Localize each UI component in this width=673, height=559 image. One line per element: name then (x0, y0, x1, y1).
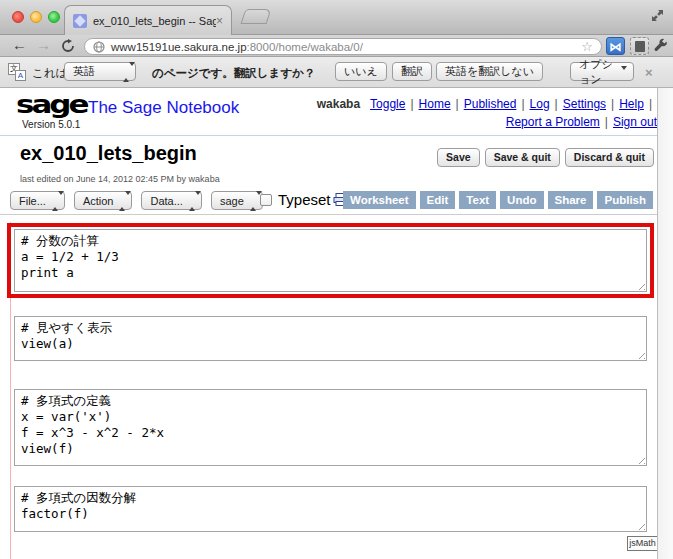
header-divider (0, 135, 657, 136)
language-select[interactable]: 英語 (64, 62, 136, 81)
scrollbar-track[interactable] (657, 88, 673, 559)
back-button[interactable]: ← (12, 36, 27, 53)
username: wakaba (317, 97, 360, 111)
worksheet-toolbar: File... Action Data... sage Typeset Prin… (10, 191, 653, 211)
undo-button[interactable]: Undo (500, 191, 543, 209)
menu-group: File... Action Data... sage (10, 191, 263, 210)
cell-margin-line (10, 222, 11, 559)
edit-button[interactable]: Edit (420, 191, 456, 209)
code-cell-4[interactable]: # 多項式の因数分解 factor(f) (14, 486, 647, 532)
tab-title: ex_010_lets_begin -- Sage (93, 15, 216, 27)
tab-close-icon[interactable]: × (216, 15, 223, 27)
toolbar-divider (0, 214, 657, 215)
sage-page: sage The Sage Notebook Version 5.0.1 wak… (0, 88, 673, 559)
translate-question-label: のページです。翻訳しますか？ (152, 66, 315, 81)
options-arrow-icon (621, 70, 628, 82)
typeset-label: Typeset (278, 191, 331, 208)
cell-3-code[interactable]: # 多項式の定義 x = var('x') f = x^3 - x^2 - 2*… (15, 390, 646, 460)
jsmath-badge[interactable]: jsMath (627, 536, 658, 551)
options-button[interactable]: オプション (570, 62, 634, 81)
url-text[interactable]: www15191ue.sakura.ne.jp:8000/home/wakaba… (111, 41, 363, 53)
system-select[interactable]: sage (211, 191, 263, 210)
browser-navbar: ← → www15191ue.sakura.ne.jp:8000/home/wa… (0, 35, 673, 57)
select-arrows-icon (123, 66, 130, 78)
save-button-group: Save Save & quit Discard & quit (437, 148, 654, 167)
code-cell-3[interactable]: # 多項式の定義 x = var('x') f = x^3 - x^2 - 2*… (14, 389, 647, 466)
translate-no-button[interactable]: いいえ (335, 62, 387, 81)
version-label: Version 5.0.1 (22, 119, 80, 130)
infobar-close-icon[interactable]: × (645, 65, 653, 80)
nav-link-sign-out[interactable]: Sign out (613, 115, 657, 129)
worksheet-mode-button[interactable]: Worksheet (343, 191, 416, 209)
cell-2-code[interactable]: # 見やすく表示 view(a) (15, 317, 646, 355)
publish-button[interactable]: Publish (597, 191, 653, 209)
header-nav-row1: wakabaToggle|Home|Published|Log|Settings… (317, 97, 657, 111)
text-button[interactable]: Text (459, 191, 496, 209)
nav-link-help[interactable]: Help (619, 97, 644, 111)
sage-logo[interactable]: sage (16, 90, 87, 118)
wrench-menu-icon[interactable] (652, 38, 668, 54)
nav-link-report-problem[interactable]: Report a Problem (506, 115, 600, 129)
window-titlebar: ex_010_lets_begin -- Sage × (0, 0, 673, 35)
translate-icon: 文 A (8, 63, 26, 81)
save-quit-button[interactable]: Save & quit (485, 148, 560, 167)
data-menu[interactable]: Data... (141, 191, 201, 210)
discard-quit-button[interactable]: Discard & quit (565, 148, 654, 167)
select-arrows-icon (119, 195, 126, 207)
extension-button-blue[interactable]: ⋈ (606, 37, 625, 55)
browser-window: ex_010_lets_begin -- Sage × ← → www15191… (0, 0, 673, 559)
minimize-window-button[interactable] (30, 11, 42, 23)
select-arrows-icon (52, 195, 59, 207)
cell-1-code[interactable]: # 分数の計算 a = 1/2 + 1/3 print a (15, 230, 646, 284)
typeset-checkbox[interactable] (260, 194, 272, 206)
mode-button-group: Worksheet Edit Text Undo Share Publish (343, 191, 653, 209)
translate-infobar: 文 A これは 英語 のページです。翻訳しますか？ いいえ 翻訳 英語を翻訳しな… (0, 57, 673, 88)
nav-link-published[interactable]: Published (464, 97, 517, 111)
nav-link-log[interactable]: Log (530, 97, 550, 111)
last-edited-label: last edited on June 14, 2012 02:45 PM by… (20, 174, 220, 184)
url-bar[interactable]: www15191ue.sakura.ne.jp:8000/home/wakaba… (84, 38, 602, 55)
translate-button[interactable]: 翻訳 (392, 62, 432, 81)
reload-icon[interactable] (61, 39, 75, 53)
code-cell-2[interactable]: # 見やすく表示 view(a) (14, 316, 647, 361)
bookmark-star-icon[interactable]: ☆ (581, 40, 593, 53)
url-domain: www15191ue.sakura.ne.jp (111, 41, 247, 53)
code-cell-1[interactable]: # 分数の計算 a = 1/2 + 1/3 print a (14, 229, 647, 292)
globe-icon (93, 41, 105, 53)
extension-button-gray[interactable] (630, 37, 649, 55)
never-translate-button[interactable]: 英語を翻訳しない (436, 62, 543, 81)
app-title-link[interactable]: The Sage Notebook (88, 98, 239, 118)
typeset-control: Typeset (260, 191, 331, 208)
zoom-window-button[interactable] (48, 11, 60, 23)
select-arrows-icon (250, 195, 257, 207)
new-tab-button[interactable] (241, 9, 272, 24)
forward-button[interactable]: → (36, 36, 51, 53)
sage-favicon (73, 14, 87, 28)
header-nav-row2: Report a Problem|Sign out (506, 115, 657, 129)
translate-prefix-label: これは (32, 66, 67, 81)
url-path: :8000/home/wakaba/0/ (247, 41, 363, 53)
nav-link-toggle[interactable]: Toggle (370, 97, 405, 111)
cell-4-code[interactable]: # 多項式の因数分解 factor(f) (15, 487, 646, 525)
save-button[interactable]: Save (437, 148, 480, 167)
worksheet-title[interactable]: ex_010_lets_begin (20, 142, 197, 165)
fullscreen-icon[interactable] (651, 9, 664, 22)
file-menu[interactable]: File... (10, 191, 65, 210)
nav-link-settings[interactable]: Settings (563, 97, 606, 111)
browser-tab[interactable]: ex_010_lets_begin -- Sage × (64, 5, 232, 35)
action-menu[interactable]: Action (74, 191, 133, 210)
close-window-button[interactable] (12, 11, 24, 23)
select-arrows-icon (189, 195, 196, 207)
nav-link-home[interactable]: Home (419, 97, 451, 111)
share-button[interactable]: Share (548, 191, 594, 209)
